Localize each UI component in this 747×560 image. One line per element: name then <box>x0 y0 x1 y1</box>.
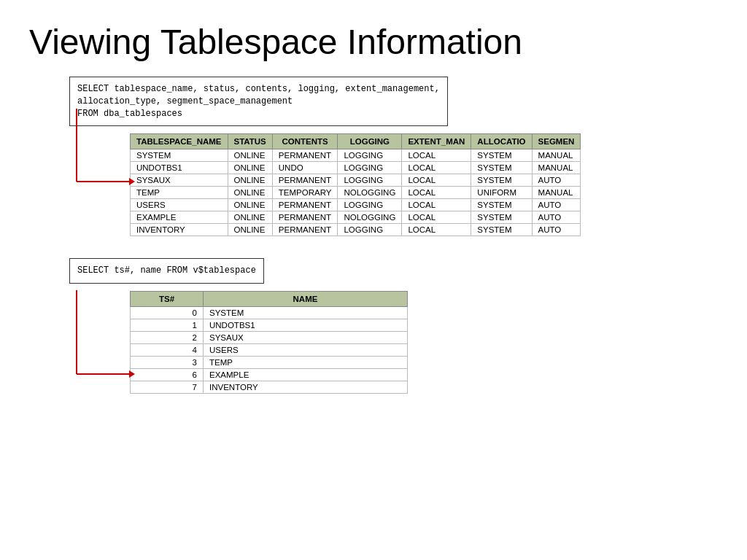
table-cell-name: SYSTEM <box>204 307 408 319</box>
table-cell: UNDO <box>272 162 338 174</box>
table-cell: MANUAL <box>532 162 581 174</box>
table-cell: ONLINE <box>228 162 272 174</box>
table-cell: USERS <box>131 199 228 211</box>
table-cell: ONLINE <box>228 224 272 236</box>
table-cell: SYSTEM <box>131 149 228 162</box>
table-row: 7INVENTORY <box>131 381 408 394</box>
table-cell: ONLINE <box>228 149 272 162</box>
table-cell: TEMPORARY <box>272 187 338 199</box>
table-cell-name: EXAMPLE <box>204 369 408 381</box>
table-cell: MANUAL <box>532 149 581 162</box>
table-row: 1UNDOTBS1 <box>131 319 408 332</box>
table-cell: INVENTORY <box>131 224 228 236</box>
col-header-ts-num: TS# <box>131 292 204 307</box>
table-cell: LOCAL <box>402 149 471 162</box>
table-row: SYSAUXONLINEPERMANENTLOGGINGLOCALSYSTEMA… <box>131 174 581 187</box>
table-cell: LOCAL <box>402 224 471 236</box>
table-row: UNDOTBS1ONLINEUNDOLOGGINGLOCALSYSTEMMANU… <box>131 162 581 174</box>
table-cell: PERMANENT <box>272 174 338 187</box>
col-header-contents: CONTENTS <box>272 134 338 149</box>
table-cell: SYSAUX <box>131 174 228 187</box>
table-cell: LOCAL <box>402 199 471 211</box>
table-row: 2SYSAUX <box>131 332 408 344</box>
table-cell: SYSTEM <box>471 149 532 162</box>
table-cell: ONLINE <box>228 187 272 199</box>
table-cell: LOCAL <box>402 174 471 187</box>
col-header-status: STATUS <box>228 134 272 149</box>
table-cell-name: USERS <box>204 344 408 357</box>
connector-2 <box>69 290 135 385</box>
sql-box-2: SELECT ts#, name FROM v$tablespace <box>69 258 264 284</box>
table-cell: LOCAL <box>402 162 471 174</box>
table-cell-ts-num: 4 <box>131 344 204 357</box>
table-cell: ONLINE <box>228 199 272 211</box>
dba-tablespaces-table: TABLESPACE_NAME STATUS CONTENTS LOGGING … <box>130 133 581 236</box>
table-cell: PERMANENT <box>272 149 338 162</box>
table-cell: AUTO <box>532 199 581 211</box>
table-row: 0SYSTEM <box>131 307 408 319</box>
table-cell: AUTO <box>532 224 581 236</box>
table-cell-ts-num: 6 <box>131 369 204 381</box>
col-header-name: NAME <box>204 292 408 307</box>
table-cell: SYSTEM <box>471 224 532 236</box>
table-cell-ts-num: 1 <box>131 319 204 332</box>
table-row: 4USERS <box>131 344 408 357</box>
section2: SELECT ts#, name FROM v$tablespace TS# N… <box>29 258 718 394</box>
table-cell: PERMANENT <box>272 224 338 236</box>
col-header-allocatio: ALLOCATIO <box>471 134 532 149</box>
sql-box-1: SELECT tablespace_name, status, contents… <box>69 77 448 126</box>
table-cell-name: SYSAUX <box>204 332 408 344</box>
table-wrapper-1: TABLESPACE_NAME STATUS CONTENTS LOGGING … <box>130 133 718 236</box>
v-tablespace-table: TS# NAME 0SYSTEM1UNDOTBS12SYSAUX4USERS3T… <box>130 291 408 394</box>
table-row: INVENTORYONLINEPERMANENTLOGGINGLOCALSYST… <box>131 224 581 236</box>
table-wrapper-2: TS# NAME 0SYSTEM1UNDOTBS12SYSAUX4USERS3T… <box>130 291 718 394</box>
table-cell: TEMP <box>131 187 228 199</box>
table-cell: UNDOTBS1 <box>131 162 228 174</box>
table-cell-name: TEMP <box>204 357 408 369</box>
table-cell: LOGGING <box>338 199 402 211</box>
col-header-logging: LOGGING <box>338 134 402 149</box>
table-row: 3TEMP <box>131 357 408 369</box>
table-cell: LOCAL <box>402 187 471 199</box>
table-row: USERSONLINEPERMANENTLOGGINGLOCALSYSTEMAU… <box>131 199 581 211</box>
table-cell: LOCAL <box>402 211 471 224</box>
table-cell: LOGGING <box>338 149 402 162</box>
table-cell: LOGGING <box>338 174 402 187</box>
table-cell: PERMANENT <box>272 211 338 224</box>
table-cell: ONLINE <box>228 174 272 187</box>
table-cell: NOLOGGING <box>338 211 402 224</box>
col-header-segmen: SEGMEN <box>532 134 581 149</box>
table-cell: LOGGING <box>338 162 402 174</box>
table-cell: AUTO <box>532 211 581 224</box>
page-title: Viewing Tablespace Information <box>0 0 747 77</box>
table-cell: AUTO <box>532 174 581 187</box>
table-cell-ts-num: 2 <box>131 332 204 344</box>
table-row: TEMPONLINETEMPORARYNOLOGGINGLOCALUNIFORM… <box>131 187 581 199</box>
table-cell: SYSTEM <box>471 174 532 187</box>
table-cell-ts-num: 7 <box>131 381 204 394</box>
table-cell: SYSTEM <box>471 211 532 224</box>
table-row: SYSTEMONLINEPERMANENTLOGGINGLOCALSYSTEMM… <box>131 149 581 162</box>
table-cell-ts-num: 0 <box>131 307 204 319</box>
section1: SELECT tablespace_name, status, contents… <box>29 77 718 236</box>
table-cell: NOLOGGING <box>338 187 402 199</box>
table-cell: SYSTEM <box>471 199 532 211</box>
table-row: EXAMPLEONLINEPERMANENTNOLOGGINGLOCALSYST… <box>131 211 581 224</box>
table-cell: EXAMPLE <box>131 211 228 224</box>
col-header-extent-man: EXTENT_MAN <box>402 134 471 149</box>
table-cell: UNIFORM <box>471 187 532 199</box>
table-cell: MANUAL <box>532 187 581 199</box>
table-cell-ts-num: 3 <box>131 357 204 369</box>
table-cell: SYSTEM <box>471 162 532 174</box>
table-cell: PERMANENT <box>272 199 338 211</box>
col-header-tablespace-name: TABLESPACE_NAME <box>131 134 228 149</box>
table-cell-name: UNDOTBS1 <box>204 319 408 332</box>
table-row: 6EXAMPLE <box>131 369 408 381</box>
table-cell-name: INVENTORY <box>204 381 408 394</box>
table-cell: ONLINE <box>228 211 272 224</box>
table-cell: LOGGING <box>338 224 402 236</box>
